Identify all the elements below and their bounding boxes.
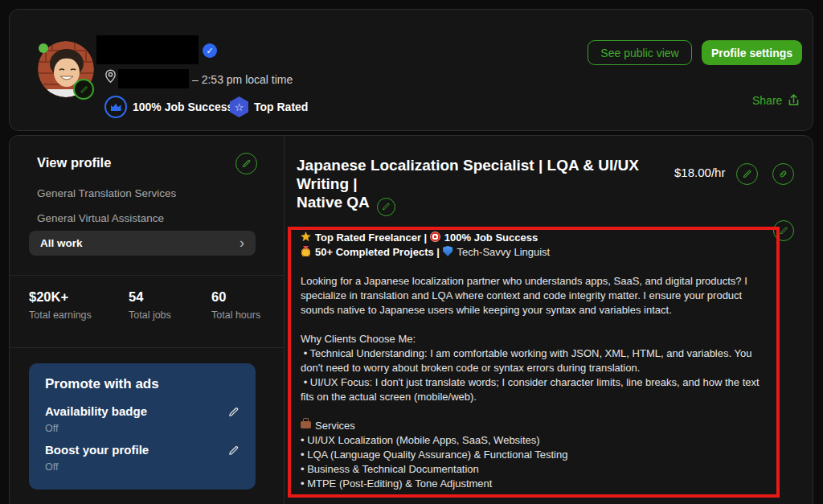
stat-jobs-value: 54 xyxy=(129,289,143,305)
profile-settings-button[interactable]: Profile settings xyxy=(702,40,802,65)
view-profile-title: View profile xyxy=(37,155,111,170)
profile-title-text: Japanese Localization Specialist | LQA &… xyxy=(297,157,639,211)
job-success-label: 100% Job Success xyxy=(133,100,233,113)
top-rated-badge-icon: ☆ xyxy=(230,96,248,117)
pencil-icon xyxy=(241,158,252,169)
edit-availability-badge-button[interactable] xyxy=(227,406,240,420)
chevron-right-icon: › xyxy=(240,236,244,250)
edit-boost-profile-button[interactable] xyxy=(227,445,240,459)
pencil-icon xyxy=(779,226,788,236)
copy-rate-link-button[interactable] xyxy=(772,163,794,185)
link-icon xyxy=(778,169,788,179)
pencil-icon xyxy=(80,85,88,94)
location-pin-icon xyxy=(104,68,117,84)
edit-rate-button[interactable] xyxy=(736,163,758,185)
hourly-rate: $18.00/hr xyxy=(674,166,725,179)
availability-badge-status: Off xyxy=(45,423,58,434)
boost-profile-label: Boost your profile xyxy=(45,443,149,457)
profile-title: Japanese Localization Specialist | LQA &… xyxy=(297,156,682,216)
top-rated-label: Top Rated xyxy=(254,100,308,113)
sidebar-item-general-translation[interactable]: General Translation Services xyxy=(37,187,176,199)
avatar[interactable] xyxy=(38,41,94,97)
verified-badge-icon: ✓ xyxy=(203,43,217,58)
shield-emoji xyxy=(443,246,453,256)
edit-avatar-button[interactable] xyxy=(73,79,94,100)
divider-stats-bottom xyxy=(10,347,284,348)
redacted-location xyxy=(118,69,189,88)
edit-profile-list-button[interactable] xyxy=(235,153,257,174)
see-public-view-button[interactable]: See public view xyxy=(588,40,692,65)
stat-earnings-label: Total earnings xyxy=(29,309,92,321)
stat-jobs-label: Total jobs xyxy=(129,309,171,321)
star-outline-icon: ☆ xyxy=(235,102,244,113)
promote-title: Promote with ads xyxy=(45,376,159,392)
overview-text: Top Rated Freelancer | 100% Job Success5… xyxy=(301,231,767,491)
share-link[interactable]: Share xyxy=(752,93,800,107)
pencil-icon xyxy=(227,445,240,457)
stat-hours-label: Total hours xyxy=(211,309,260,321)
all-work-label: All work xyxy=(40,237,83,249)
share-upload-icon xyxy=(787,93,800,107)
sidebar-divider xyxy=(284,135,285,504)
briefcase-emoji xyxy=(301,421,311,428)
share-label: Share xyxy=(752,94,782,107)
upwork-profile-page: ✓ – 2:53 pm local time 100% Job Success … xyxy=(0,0,823,504)
sidebar-item-all-work[interactable]: All work › xyxy=(29,231,256,256)
pencil-icon xyxy=(742,169,752,179)
glowing-star-emoji xyxy=(301,232,311,242)
pencil-icon xyxy=(227,406,240,418)
local-time-text: – 2:53 pm local time xyxy=(192,73,293,86)
availability-badge-label: Availability badge xyxy=(45,404,147,418)
divider-stats-top xyxy=(10,275,284,276)
online-status-dot xyxy=(39,43,48,53)
boost-profile-status: Off xyxy=(45,461,58,473)
stat-earnings-value: $20K+ xyxy=(29,289,68,305)
edit-title-button[interactable] xyxy=(377,198,395,216)
edit-overview-button[interactable] xyxy=(773,220,794,241)
crown-icon xyxy=(111,103,121,111)
target-emoji xyxy=(430,232,440,242)
job-success-badge-icon xyxy=(104,96,127,118)
stat-hours-value: 60 xyxy=(211,289,226,305)
pencil-icon xyxy=(381,202,391,211)
first-place-medal-emoji xyxy=(301,246,311,256)
profile-header-card: ✓ – 2:53 pm local time 100% Job Success … xyxy=(9,9,813,131)
sidebar-item-general-virtual-assistance[interactable]: General Virtual Assistance xyxy=(37,212,164,224)
redacted-name xyxy=(96,35,199,64)
